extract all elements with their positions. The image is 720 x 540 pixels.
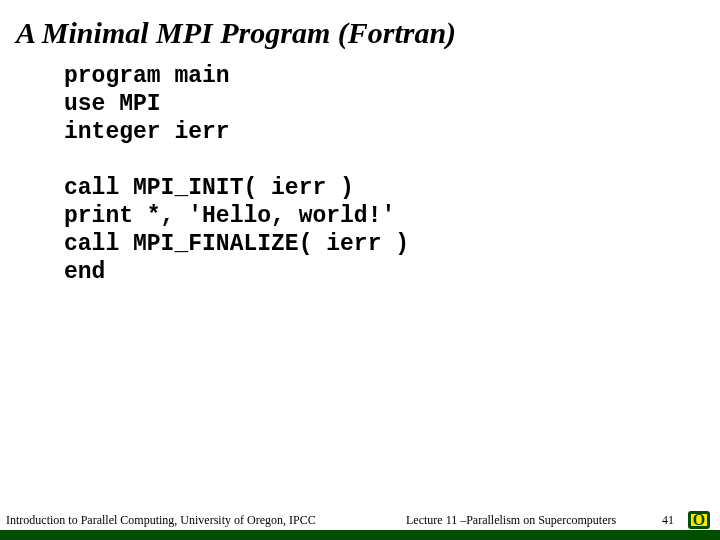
slide-title: A Minimal MPI Program (Fortran) xyxy=(0,0,720,56)
footer: Introduction to Parallel Computing, Univ… xyxy=(0,510,720,540)
code-block: program main use MPI integer ierr call M… xyxy=(64,62,720,286)
slide-content: program main use MPI integer ierr call M… xyxy=(0,56,720,540)
code-line: call MPI_FINALIZE( ierr ) xyxy=(64,231,409,257)
uoregon-logo: UNIVERSITY OF OREGON xyxy=(684,510,714,536)
code-line: use MPI xyxy=(64,91,161,117)
code-line: call MPI_INIT( ierr ) xyxy=(64,175,354,201)
page-number: 41 xyxy=(662,513,674,528)
footer-accent-bar xyxy=(0,530,720,540)
footer-lecture-text: Lecture 11 –Parallelism on Supercomputer… xyxy=(406,513,616,528)
code-line: end xyxy=(64,259,105,285)
code-line: integer ierr xyxy=(64,119,230,145)
uoregon-logo-text: UNIVERSITY OF OREGON xyxy=(677,530,720,535)
slide: A Minimal MPI Program (Fortran) program … xyxy=(0,0,720,540)
code-line: program main xyxy=(64,63,230,89)
uoregon-logo-o-icon xyxy=(688,511,710,529)
code-line: print *, 'Hello, world!' xyxy=(64,203,395,229)
footer-left-text: Introduction to Parallel Computing, Univ… xyxy=(6,513,316,528)
